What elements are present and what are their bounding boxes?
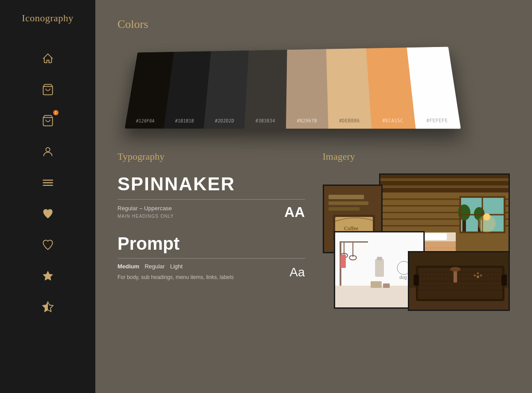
cart-svg: [42, 83, 54, 96]
svg-rect-12: [329, 201, 368, 205]
svg-rect-70: [501, 275, 507, 286]
svg-text:dog: dog: [399, 275, 407, 280]
user-icon[interactable]: [39, 143, 57, 161]
svg-text:Coffee: Coffee: [344, 225, 358, 232]
star-half-svg: [42, 301, 54, 313]
spinnaker-usage: MAIN HEADINGS ONLY: [117, 214, 174, 219]
spinnaker-font-name: SPINNAKER: [117, 173, 305, 200]
spinnaker-meta-text: Regular – Uppercase MAIN HEADINGS ONLY: [117, 205, 174, 220]
svg-rect-20: [380, 185, 510, 188]
prompt-usage: For body, sub headings, menu items, link…: [117, 273, 234, 281]
svg-rect-53: [340, 255, 346, 268]
svg-point-74: [474, 275, 476, 277]
cart-icon[interactable]: [39, 81, 57, 98]
menu-svg: [42, 177, 54, 189]
svg-rect-19: [380, 178, 510, 181]
prompt-weight-medium: Medium: [117, 263, 139, 270]
swatch-6: #DEB886: [326, 48, 372, 129]
prompt-block: Prompt Medium Regular Light For body, su…: [117, 234, 305, 281]
tray-image: [408, 251, 510, 311]
colors-title: Colors: [117, 18, 510, 31]
svg-rect-18: [380, 175, 510, 193]
spinnaker-block: SPINNAKER Regular – Uppercase MAIN HEADI…: [117, 173, 305, 220]
cart-badge-svg: [42, 114, 54, 127]
swatch-5: #B2967B: [286, 49, 329, 129]
home-svg: [42, 52, 54, 65]
sidebar: Iconography 1: [0, 0, 95, 393]
svg-rect-48: [341, 241, 368, 243]
svg-point-2: [46, 148, 50, 152]
heart-filled-svg: [42, 208, 54, 220]
svg-point-76: [477, 272, 479, 275]
typography-section: Typography SPINNAKER Regular – Uppercase…: [117, 151, 305, 311]
swatch-8: #FEFEFE: [407, 47, 461, 129]
imagery-grid: Coffee: [323, 173, 510, 311]
heart-outline-icon[interactable]: [39, 236, 57, 254]
heart-outline-svg: [42, 239, 54, 251]
svg-rect-13: [329, 207, 360, 211]
bottom-sections: Typography SPINNAKER Regular – Uppercase…: [117, 151, 510, 311]
svg-rect-39: [425, 233, 447, 240]
spinnaker-style: Regular – Uppercase: [117, 205, 174, 212]
main-content: Colors #120F0A #1B1B1B #2D2D2D #3B3834 #…: [95, 0, 532, 393]
star-filled-svg: [42, 270, 54, 282]
svg-rect-11: [329, 195, 364, 199]
swatch-4-label: #3B3834: [255, 118, 275, 123]
prompt-weight-regular: Regular: [145, 263, 165, 270]
cart-badge: 1: [53, 110, 59, 115]
swatch-1-label: #120F0A: [136, 118, 155, 123]
swatch-2-label: #1B1B1B: [175, 118, 194, 123]
swatch-4: #3B3834: [244, 50, 287, 129]
svg-marker-6: [43, 271, 53, 280]
color-palette-wrapper: #120F0A #1B1B1B #2D2D2D #3B3834 #B2967B …: [117, 44, 510, 129]
svg-rect-69: [414, 275, 419, 286]
svg-point-73: [477, 275, 479, 278]
swatch-3: #2D2D2D: [204, 51, 249, 129]
colors-section: Colors #120F0A #1B1B1B #2D2D2D #3B3834 #…: [117, 18, 510, 129]
prompt-weight-light: Light: [170, 263, 183, 270]
imagery-title: Imagery: [323, 151, 510, 162]
svg-point-75: [480, 275, 482, 277]
imagery-section: Imagery Coffee: [323, 151, 510, 311]
swatch-7-label: #ECA15C: [382, 118, 403, 123]
prompt-meta-text: Medium Regular Light For body, sub headi…: [117, 263, 234, 281]
spinnaker-meta: Regular – Uppercase MAIN HEADINGS ONLY A…: [117, 204, 305, 220]
typography-title: Typography: [117, 151, 305, 162]
svg-rect-54: [375, 259, 384, 277]
swatch-5-label: #B2967B: [297, 118, 317, 123]
svg-rect-59: [383, 283, 390, 288]
menu-icon[interactable]: [39, 174, 57, 192]
svg-rect-55: [377, 257, 382, 260]
prompt-font-name: Prompt: [117, 234, 305, 259]
prompt-weights: Medium Regular Light: [117, 263, 234, 270]
cart-badge-icon[interactable]: 1: [39, 112, 57, 130]
swatch-8-label: #FEFEFE: [426, 118, 448, 123]
svg-point-43: [483, 213, 490, 220]
swatch-6-label: #DEB886: [339, 118, 360, 123]
color-palette: #120F0A #1B1B1B #2D2D2D #3B3834 #B2967B …: [125, 47, 461, 129]
star-filled-icon[interactable]: [39, 267, 57, 285]
svg-point-72: [450, 267, 461, 271]
sidebar-title: Iconography: [0, 0, 95, 36]
prompt-sample: Aa: [289, 265, 305, 279]
star-half-icon[interactable]: [39, 298, 57, 316]
svg-rect-58: [371, 281, 382, 288]
user-svg: [42, 145, 54, 158]
prompt-meta: Medium Regular Light For body, sub headi…: [117, 263, 305, 281]
spinnaker-sample: AA: [284, 204, 305, 220]
home-icon[interactable]: [39, 50, 57, 67]
sidebar-icons-container: 1: [0, 50, 95, 316]
heart-filled-icon[interactable]: [39, 205, 57, 223]
swatch-3-label: #2D2D2D: [215, 118, 235, 123]
tray-svg: [409, 252, 510, 311]
